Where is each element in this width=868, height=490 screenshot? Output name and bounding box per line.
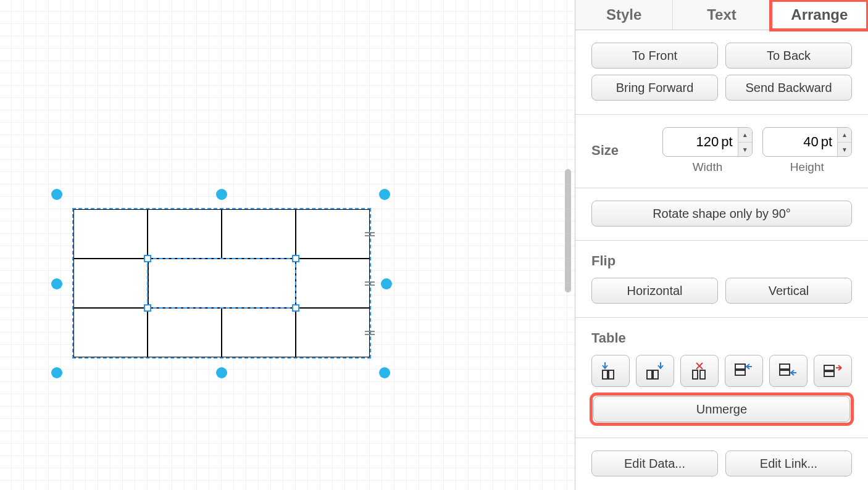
- size-label: Size: [591, 143, 653, 159]
- tab-style[interactable]: Style: [575, 0, 672, 30]
- selection-handle-w[interactable]: [51, 278, 62, 289]
- insert-column-left-button[interactable]: [591, 355, 630, 387]
- selection-handle-se[interactable]: [379, 367, 390, 378]
- width-step-up[interactable]: ▲: [738, 127, 752, 142]
- scrollbar-vertical[interactable]: [565, 0, 571, 490]
- svg-rect-8: [780, 364, 790, 369]
- insert-row-below-button[interactable]: [769, 355, 807, 387]
- delete-row-icon: [822, 360, 843, 381]
- svg-rect-7: [735, 370, 745, 375]
- width-unit: pt: [720, 134, 737, 150]
- svg-rect-10: [824, 365, 834, 370]
- unmerge-button[interactable]: Unmerge: [593, 396, 850, 422]
- row-resize-handle[interactable]: [365, 231, 375, 237]
- width-input[interactable]: [663, 134, 720, 150]
- format-panel: Style Text Arrange To Front To Back Brin…: [575, 0, 868, 490]
- height-unit: pt: [820, 134, 837, 150]
- selection-handle-n[interactable]: [216, 189, 227, 200]
- bring-forward-button[interactable]: Bring Forward: [591, 75, 718, 101]
- row-resize-handle[interactable]: [365, 330, 375, 336]
- insert-row-above-button[interactable]: [725, 355, 763, 387]
- insert-column-left-icon: [600, 360, 621, 381]
- rotate-section: Rotate shape only by 90°: [575, 188, 868, 241]
- flip-horizontal-button[interactable]: Horizontal: [591, 278, 718, 304]
- insert-row-above-icon: [733, 360, 754, 381]
- width-sublabel: Width: [693, 160, 723, 174]
- selection-handle-e[interactable]: [381, 278, 392, 289]
- height-step-up[interactable]: ▲: [838, 127, 851, 142]
- svg-rect-9: [780, 370, 790, 375]
- cell-handle-se[interactable]: [292, 304, 299, 312]
- edit-link-button[interactable]: Edit Link...: [725, 451, 852, 476]
- table-object[interactable]: [73, 209, 370, 357]
- svg-rect-4: [693, 370, 698, 379]
- selection-handle-sw[interactable]: [51, 367, 62, 378]
- cell-handle-sw[interactable]: [144, 304, 151, 312]
- tab-text[interactable]: Text: [672, 0, 770, 30]
- canvas[interactable]: [0, 0, 575, 490]
- svg-rect-3: [653, 370, 658, 379]
- unmerge-highlight: Unmerge: [591, 394, 852, 424]
- delete-column-icon: [689, 360, 710, 381]
- flip-label: Flip: [591, 253, 852, 269]
- scrollbar-thumb[interactable]: [565, 169, 571, 293]
- svg-rect-5: [700, 370, 705, 379]
- rotate-90-button[interactable]: Rotate shape only by 90°: [591, 201, 852, 226]
- svg-rect-2: [647, 370, 652, 379]
- delete-column-button[interactable]: [680, 355, 719, 387]
- svg-rect-11: [824, 372, 834, 376]
- svg-rect-0: [603, 370, 607, 379]
- table-label: Table: [591, 330, 852, 346]
- svg-rect-6: [735, 364, 745, 369]
- cell-handle-ne[interactable]: [292, 255, 299, 262]
- selection-outline-inner: [147, 258, 296, 309]
- selection-handle-nw[interactable]: [51, 189, 62, 200]
- panel-tabs: Style Text Arrange: [575, 0, 868, 30]
- insert-row-below-icon: [778, 360, 799, 381]
- width-field[interactable]: pt ▲ ▼: [662, 127, 752, 157]
- to-back-button[interactable]: To Back: [725, 43, 852, 69]
- height-sublabel: Height: [790, 160, 824, 174]
- width-step-down[interactable]: ▼: [738, 142, 752, 157]
- zorder-section: To Front To Back Bring Forward Send Back…: [575, 30, 868, 115]
- height-field[interactable]: pt ▲ ▼: [762, 127, 852, 157]
- tab-arrange[interactable]: Arrange: [770, 0, 868, 30]
- svg-rect-1: [609, 370, 614, 379]
- to-front-button[interactable]: To Front: [591, 43, 718, 69]
- height-input[interactable]: [763, 134, 820, 150]
- cell-handle-nw[interactable]: [144, 255, 151, 262]
- flip-vertical-button[interactable]: Vertical: [725, 278, 852, 304]
- insert-column-right-button[interactable]: [636, 355, 674, 387]
- edit-section: Edit Data... Edit Link...: [575, 438, 868, 490]
- height-step-down[interactable]: ▼: [838, 142, 851, 157]
- table-section: Table: [575, 318, 868, 438]
- delete-row-button[interactable]: [814, 355, 852, 387]
- send-backward-button[interactable]: Send Backward: [725, 75, 852, 101]
- row-resize-handle[interactable]: [365, 281, 375, 286]
- flip-section: Flip Horizontal Vertical: [575, 241, 868, 318]
- edit-data-button[interactable]: Edit Data...: [591, 451, 718, 476]
- selection-handle-s[interactable]: [216, 367, 227, 378]
- size-section: Size pt ▲ ▼ Width pt: [575, 115, 868, 188]
- selection-handle-ne[interactable]: [379, 189, 390, 200]
- insert-column-right-icon: [645, 360, 666, 381]
